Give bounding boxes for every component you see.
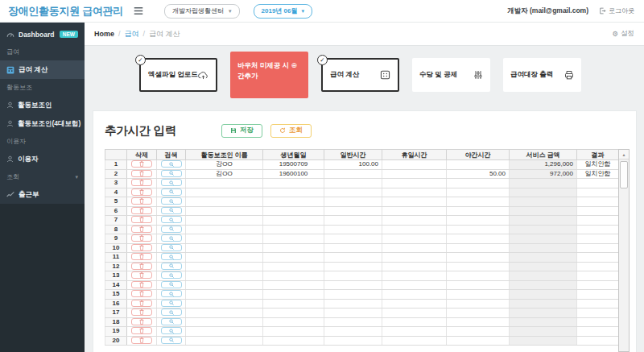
birth-date-cell[interactable] — [263, 225, 324, 234]
delete-row-button[interactable] — [131, 309, 152, 316]
scroll-thumb[interactable] — [620, 161, 628, 188]
night-hours-cell[interactable] — [447, 225, 510, 234]
birth-date-cell[interactable] — [263, 179, 324, 188]
scroll-up-icon[interactable]: ▲ — [619, 150, 629, 159]
birth-date-cell[interactable] — [263, 336, 324, 346]
night-hours-cell[interactable]: 50.00 — [447, 169, 510, 179]
normal-hours-cell[interactable] — [324, 290, 382, 300]
helper-name-cell[interactable] — [186, 234, 263, 244]
search-helper-button[interactable] — [161, 253, 182, 260]
delete-row-button[interactable] — [131, 234, 152, 242]
normal-hours-cell[interactable] — [324, 197, 382, 207]
birth-date-cell[interactable] — [263, 327, 324, 337]
normal-hours-cell[interactable] — [324, 327, 382, 337]
search-helper-button[interactable] — [161, 234, 182, 242]
holiday-hours-cell[interactable] — [382, 188, 447, 197]
birth-date-cell[interactable] — [263, 243, 324, 253]
normal-hours-cell[interactable] — [324, 188, 382, 197]
query-button[interactable]: 조회 — [270, 124, 312, 138]
hamburger-menu-icon[interactable] — [134, 6, 143, 15]
sidebar-item-pay-calculation[interactable]: 급여 계산 — [0, 60, 85, 79]
delete-row-button[interactable] — [131, 244, 152, 251]
holiday-hours-cell[interactable] — [382, 197, 447, 207]
sidebar-item-dashboard[interactable]: Dashboard NEW — [0, 25, 85, 43]
delete-row-button[interactable] — [131, 216, 152, 223]
normal-hours-cell[interactable] — [324, 243, 382, 253]
search-helper-button[interactable] — [161, 318, 182, 325]
helper-name-cell[interactable] — [186, 216, 263, 226]
normal-hours-cell[interactable]: 100.00 — [324, 160, 382, 170]
search-helper-button[interactable] — [161, 327, 182, 334]
search-helper-button[interactable] — [161, 337, 182, 344]
helper-name-cell[interactable] — [186, 309, 263, 318]
search-helper-button[interactable] — [161, 290, 182, 297]
helper-name-cell[interactable] — [186, 271, 263, 281]
search-helper-button[interactable] — [161, 300, 182, 307]
helper-name-cell[interactable] — [186, 188, 263, 197]
night-hours-cell[interactable] — [447, 327, 510, 337]
helper-name-cell[interactable] — [186, 253, 263, 263]
holiday-hours-cell[interactable] — [382, 243, 447, 253]
birth-date-cell[interactable] — [263, 290, 324, 300]
step-pay-calculation[interactable]: ✓ 급여 계산 — [321, 58, 399, 92]
holiday-hours-cell[interactable] — [382, 309, 447, 318]
normal-hours-cell[interactable] — [324, 280, 382, 290]
sidebar-item-user[interactable]: 이용자 — [0, 150, 85, 168]
normal-hours-cell[interactable] — [324, 253, 382, 263]
birth-date-cell[interactable] — [263, 309, 324, 318]
helper-name-cell[interactable] — [186, 197, 263, 207]
normal-hours-cell[interactable] — [324, 234, 382, 244]
holiday-hours-cell[interactable] — [382, 179, 447, 188]
night-hours-cell[interactable] — [447, 299, 510, 309]
night-hours-cell[interactable] — [447, 271, 510, 281]
holiday-hours-cell[interactable] — [382, 216, 447, 226]
center-select[interactable]: 개발자립생활센터 ▾ — [164, 4, 240, 19]
delete-row-button[interactable] — [131, 318, 152, 325]
search-helper-button[interactable] — [161, 271, 182, 279]
birth-date-cell[interactable] — [263, 234, 324, 244]
normal-hours-cell[interactable] — [324, 271, 382, 281]
delete-row-button[interactable] — [131, 271, 152, 279]
delete-row-button[interactable] — [131, 160, 152, 168]
helper-name-cell[interactable] — [186, 225, 263, 234]
delete-row-button[interactable] — [131, 179, 152, 186]
normal-hours-cell[interactable] — [324, 299, 382, 309]
night-hours-cell[interactable] — [447, 253, 510, 263]
birth-date-cell[interactable] — [263, 216, 324, 226]
helper-name-cell[interactable] — [186, 317, 263, 327]
delete-row-button[interactable] — [131, 197, 152, 205]
night-hours-cell[interactable] — [447, 216, 510, 226]
birth-date-cell[interactable]: 19600100 — [263, 169, 324, 179]
night-hours-cell[interactable] — [447, 179, 510, 188]
logout-button[interactable]: 로그아웃 — [599, 6, 634, 15]
birth-date-cell[interactable] — [263, 317, 324, 327]
search-helper-button[interactable] — [161, 263, 182, 270]
helper-name-cell[interactable]: 김OO — [186, 169, 263, 179]
helper-name-cell[interactable] — [186, 262, 263, 271]
delete-row-button[interactable] — [131, 188, 152, 196]
night-hours-cell[interactable] — [447, 336, 510, 346]
night-hours-cell[interactable] — [447, 160, 510, 170]
step-excel-upload[interactable]: ✓ 엑셀파일 업로드 — [139, 58, 217, 92]
step-voucher-time-add[interactable]: 바우처 미제공 시 ⊕ 간추가 — [230, 52, 308, 98]
delete-row-button[interactable] — [131, 300, 152, 307]
delete-row-button[interactable] — [131, 170, 152, 177]
normal-hours-cell[interactable] — [324, 206, 382, 216]
step-payroll-print[interactable]: 급여대장 출력 — [503, 58, 581, 92]
sidebar-section-inquiry[interactable]: 조회 ▾ — [0, 168, 85, 185]
holiday-hours-cell[interactable] — [382, 160, 447, 170]
search-helper-button[interactable] — [161, 309, 182, 316]
night-hours-cell[interactable] — [447, 188, 510, 197]
birth-date-cell[interactable] — [263, 271, 324, 281]
birth-date-cell[interactable] — [263, 197, 324, 207]
vertical-scrollbar[interactable]: ▲ — [618, 149, 630, 352]
holiday-hours-cell[interactable] — [382, 327, 447, 337]
helper-name-cell[interactable] — [186, 243, 263, 253]
delete-row-button[interactable] — [131, 226, 152, 233]
search-helper-button[interactable] — [161, 207, 182, 214]
month-picker-button[interactable]: 2019년 06월 ▾ — [254, 4, 312, 19]
night-hours-cell[interactable] — [447, 309, 510, 318]
normal-hours-cell[interactable] — [324, 317, 382, 327]
holiday-hours-cell[interactable] — [382, 169, 447, 179]
night-hours-cell[interactable] — [447, 234, 510, 244]
